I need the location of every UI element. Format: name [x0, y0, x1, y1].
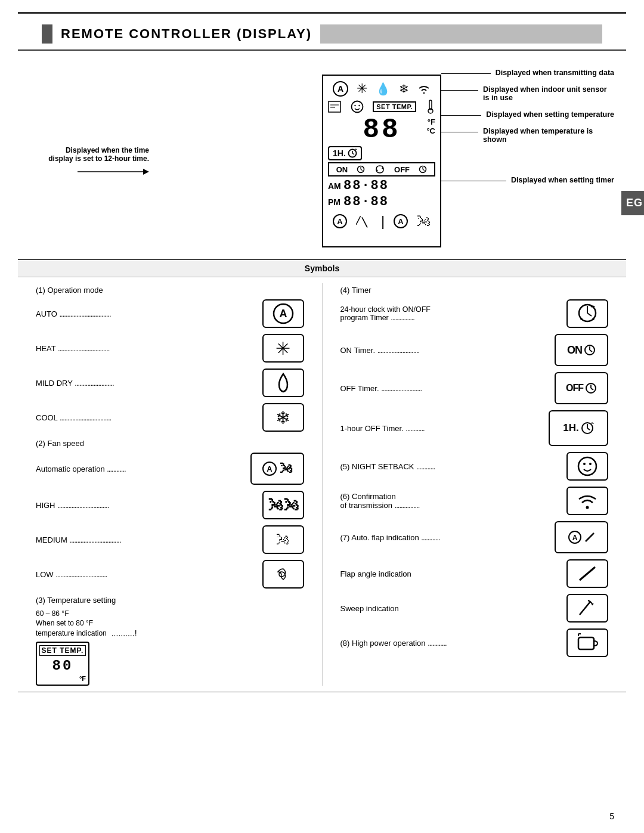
svg-text:A: A — [337, 217, 343, 226]
svg-rect-4 — [329, 101, 340, 112]
medium-fan-label: MEDIUM ................................. — [36, 535, 262, 544]
auto-flap-symbol-box: A — [555, 521, 608, 553]
flap-angle-box — [566, 559, 608, 588]
24h-timer-box — [566, 299, 608, 328]
symbols-header: Symbols — [18, 260, 626, 277]
svg-text:A: A — [279, 308, 287, 320]
sweep-label: Sweep indication — [340, 604, 567, 613]
wifi-icon — [417, 82, 431, 95]
svg-line-17 — [361, 169, 363, 171]
night-setback-label: (5) NIGHT SETBACK ............ — [340, 462, 567, 471]
1h-off-timer-row: 1-hour OFF Timer. ............ 1H. — [340, 410, 609, 446]
svg-text:╱: ╱ — [356, 216, 361, 225]
header-bar-left — [42, 24, 52, 44]
confirmation-box — [566, 487, 608, 515]
header-bar-right — [320, 24, 602, 44]
page-title: REMOTE CONTROLLER (DISPLAY) — [61, 26, 312, 42]
cool-symbol-box: ❄ — [262, 403, 304, 432]
svg-point-9 — [358, 105, 360, 106]
lcd-time-top: 88·88 — [343, 178, 389, 193]
schedule-icon — [328, 101, 341, 113]
pm-time-row: PM 88·88 — [328, 194, 435, 209]
pm-label: PM — [328, 197, 341, 207]
display-section: Displayed when the time display is set t… — [18, 57, 626, 253]
one-hour-timer-display: 1H. — [328, 146, 435, 160]
confirmation-row: (6) Confirmationof transmission ........… — [340, 487, 609, 515]
mild-dry-symbol-row: MILD DRY ......................... — [36, 368, 304, 397]
svg-point-48 — [586, 506, 589, 509]
24h-timer-label: 24-hour clock with ON/OFFprogram Timer .… — [340, 305, 567, 322]
temp-note2: When set to 80 °F — [36, 619, 304, 627]
svg-rect-57 — [578, 637, 594, 649]
sensor-row: SET TEMP. — [328, 100, 435, 114]
right-annotations: Displayed when transmitting data Display… — [441, 69, 614, 193]
annotation-sensor: Displayed when indoor unit sensor is in … — [483, 85, 614, 102]
auto-symbol-row: AUTO ................................. A — [36, 299, 304, 328]
mild-dry-icon: 💧 — [376, 82, 391, 96]
cool-symbol-row: COOL ................................. ❄ — [36, 403, 304, 432]
svg-point-46 — [583, 463, 586, 465]
svg-point-11 — [428, 109, 433, 113]
lcd-digits: 88 — [328, 116, 435, 144]
auto-fan-symbol-box: A 🌬 — [250, 453, 304, 485]
svg-line-35 — [587, 313, 592, 316]
section3-title: (3) Temperature setting — [36, 596, 304, 605]
night-setback-icon — [351, 100, 364, 113]
temp-note3: temperature indication — [36, 629, 107, 637]
auto-flap-icon: ╱ ╲ — [356, 213, 373, 229]
off-timer-label: OFF Timer. .......................... — [340, 384, 555, 393]
svg-line-51 — [586, 533, 594, 541]
low-fan-label: LOW ................................. — [36, 570, 262, 579]
low-fan-box — [262, 560, 304, 589]
auto-fan-icon: A — [393, 213, 408, 229]
svg-point-7 — [351, 101, 363, 113]
am-time-row: AM 88·88 — [328, 178, 435, 193]
cycle-icon — [374, 165, 385, 174]
high-fan-icon: 🌬 — [417, 213, 431, 230]
auto-flap-symbol-row: (7) Auto. flap indication ............ A — [340, 521, 609, 553]
cool-icon: ❄ — [399, 82, 409, 96]
set-temp-symbol-box: SET TEMP. 80 °F — [36, 642, 89, 686]
svg-point-47 — [589, 463, 592, 465]
annotation-timer: Displayed when setting timer — [511, 176, 614, 184]
confirmation-label: (6) Confirmationof transmission ........… — [340, 492, 567, 510]
svg-text:A: A — [398, 217, 404, 226]
divider-bottom: | — [381, 213, 385, 230]
auto-fan-symbol-row: Automatic operation ............ A 🌬 — [36, 453, 304, 485]
mild-dry-label: MILD DRY ......................... — [36, 379, 262, 388]
1h-timer-label: 1-hour OFF Timer. ............ — [340, 424, 549, 433]
heat-symbol-label: HEAT ................................. — [36, 344, 262, 353]
svg-marker-1 — [143, 169, 149, 175]
medium-fan-box: 🌬 — [262, 525, 304, 554]
high-power-label: (8) High power operation ............ — [340, 639, 567, 648]
annotation-transmit: Displayed when transmitting data — [496, 69, 614, 77]
mild-dry-symbol-box — [262, 368, 304, 397]
svg-line-41 — [591, 388, 593, 390]
high-power-box — [566, 628, 608, 657]
heat-icon: ✳ — [357, 81, 367, 97]
off-timer-row: OFF Timer. .......................... OF… — [340, 372, 609, 404]
night-setback-box — [566, 452, 608, 481]
svg-line-14 — [352, 153, 354, 154]
clock-icon-small — [357, 165, 365, 174]
section1-title: (1) Operation mode — [36, 286, 304, 295]
medium-fan-row: MEDIUM .................................… — [36, 525, 304, 554]
auto-flap-label: (7) Auto. flap indication ............ — [340, 533, 555, 542]
svg-point-45 — [578, 457, 596, 475]
remote-display: A ✳ 💧 ❄ — [322, 75, 441, 247]
high-fan-box: 🌬🌬 — [262, 491, 304, 519]
on-timer-row: ON Timer. ........................... ON — [340, 334, 609, 366]
svg-line-44 — [587, 428, 590, 430]
left-annotation: Displayed when the time display is set t… — [42, 146, 149, 181]
annotation-temp-shown: Displayed when temperature is shown — [483, 127, 614, 144]
svg-line-53 — [580, 567, 595, 580]
page-header: REMOTE CONTROLLER (DISPLAY) — [18, 12, 626, 51]
auto-icon: A — [332, 80, 349, 97]
top-mode-icons: A ✳ 💧 ❄ — [328, 80, 435, 97]
on-timer-box: ON — [555, 334, 608, 366]
svg-text:╲: ╲ — [361, 217, 368, 228]
svg-text:A: A — [338, 84, 343, 94]
high-fan-row: HIGH ................................. 🌬… — [36, 491, 304, 519]
flap-angle-row: Flap angle indication — [340, 559, 609, 588]
bottom-icons-row: A ╱ ╲ | A 🌬 — [328, 213, 435, 230]
